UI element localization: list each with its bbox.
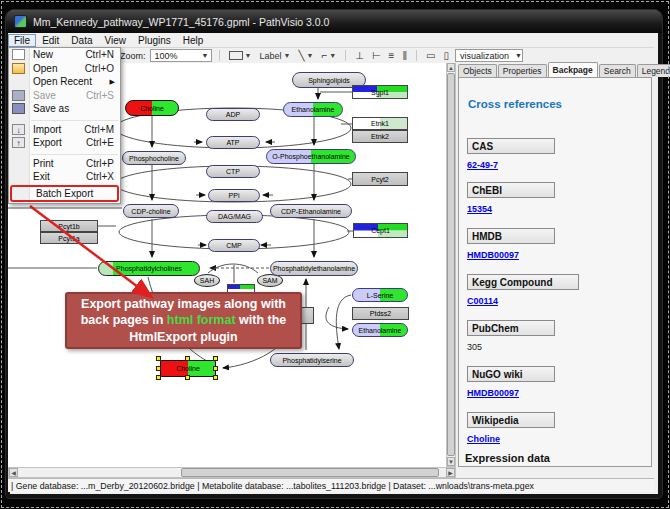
selection-handle[interactable]	[213, 356, 218, 361]
datanode-tool-button[interactable]: ▼	[227, 51, 254, 60]
selection-handle[interactable]	[156, 366, 161, 371]
node-l-serine[interactable]: L-Serine	[352, 288, 408, 302]
node-ctp[interactable]: CTP	[206, 165, 260, 178]
selection-handle[interactable]	[185, 356, 190, 361]
section-header-nugo: NuGO wiki	[467, 366, 555, 382]
cas-link[interactable]: 62-49-7	[467, 160, 498, 170]
menu-help[interactable]: Help	[177, 34, 210, 47]
label-tool-button[interactable]: Label▼	[257, 51, 292, 61]
scroll-down-button[interactable]: ▼	[447, 457, 455, 466]
node-o-phosphoethanolamine[interactable]: O-Phosphoethanolamine	[266, 149, 356, 164]
menu-item-open-recent[interactable]: Open Recent ▶	[9, 75, 120, 89]
menu-view[interactable]: View	[98, 34, 132, 47]
chevron-down-icon: ▼	[515, 52, 522, 59]
distribute-vertical-button[interactable]: ≡	[387, 50, 397, 61]
node-atp[interactable]: ATP	[206, 136, 260, 149]
menu-item-save[interactable]: Save Ctrl+S	[9, 89, 120, 103]
node-cdp-ethanolamine[interactable]: CDP-Ethanolamine	[270, 204, 352, 218]
gene-node-ptdss2[interactable]: Ptdss2	[352, 307, 409, 320]
node-phosphatidylcholines[interactable]: Phosphatidylcholines	[98, 261, 200, 276]
tab-properties[interactable]: Properties	[498, 64, 547, 77]
wikipedia-link[interactable]: Choline	[467, 434, 500, 444]
node-ethanolamine-2[interactable]: Ethanolamine	[352, 323, 408, 337]
scroll-right-button[interactable]: ▶	[446, 468, 455, 477]
align-horizontal-button[interactable]: ⊥	[353, 50, 366, 61]
nugo-link[interactable]: HMDB00097	[467, 388, 519, 398]
window-title: Mm_Kennedy_pathway_WP1771_45176.gpml - P…	[33, 16, 329, 28]
tab-backpage[interactable]: Backpage	[548, 62, 598, 77]
gene-node-etnk2[interactable]: Etnk2	[352, 130, 408, 143]
tab-legend[interactable]: Legend	[637, 64, 670, 77]
menu-edit[interactable]: Edit	[36, 34, 65, 47]
align-vertical-button[interactable]: ⊢	[370, 50, 383, 61]
selection-handle[interactable]	[213, 366, 218, 371]
node-sah[interactable]: SAH	[194, 274, 220, 287]
menu-item-save-as[interactable]: Save as	[9, 102, 120, 116]
connector-tool-button[interactable]: ⌐▼	[319, 50, 338, 61]
gene-node-cept1[interactable]: Cept1	[353, 223, 408, 238]
expression-data-heading: Expression data	[465, 452, 550, 464]
line-tool-button[interactable]: ╲▼	[296, 50, 315, 61]
gene-node-sgpl1[interactable]: Sgpl1	[352, 85, 408, 99]
horizontal-scroll-thumb[interactable]	[181, 468, 439, 477]
menu-item-exit[interactable]: Exit Ctrl+X	[9, 170, 120, 184]
chevron-down-icon: ▼	[283, 52, 290, 59]
pathvisio-app-icon	[14, 15, 27, 28]
hmdb-link[interactable]: HMDB00097	[467, 250, 519, 260]
menu-item-new[interactable]: New Ctrl+N	[9, 48, 120, 62]
selection-handle[interactable]	[213, 375, 218, 380]
cross-references-heading: Cross references	[468, 98, 562, 110]
menu-item-export[interactable]: ↑ Export Ctrl+E	[9, 136, 120, 150]
node-cmp[interactable]: CMP	[208, 239, 260, 252]
zoom-label: Zoom:	[120, 51, 146, 61]
canvas-vertical-scrollbar[interactable]: ▲ ▼	[446, 62, 456, 467]
canvas-horizontal-scrollbar[interactable]: ◀ ▶	[8, 467, 456, 478]
zoom-combobox[interactable]: 100%▼	[150, 49, 212, 62]
section-header-pubchem: PubChem	[467, 320, 555, 336]
menu-data[interactable]: Data	[65, 34, 98, 47]
node-ethanolamine[interactable]: Ethanolamine	[283, 102, 343, 117]
menu-item-open[interactable]: Open Ctrl+O	[9, 62, 120, 76]
distribute-horizontal-button[interactable]: ⫼	[400, 50, 409, 62]
node-choline[interactable]: Choline	[125, 100, 179, 116]
tab-search[interactable]: Search	[599, 64, 636, 77]
screenshot-stage: Mm_Kennedy_pathway_WP1771_45176.gpml - P…	[0, 0, 670, 509]
node-ppi[interactable]: PPi	[208, 189, 260, 202]
node-dag-mag[interactable]: DAG/MAG	[206, 210, 263, 223]
node-phosphocholine[interactable]: Phosphocholine	[122, 151, 186, 165]
chebi-link[interactable]: 15354	[467, 204, 492, 214]
distribute-horizontal-icon: ⫼	[402, 50, 407, 62]
menu-item-batch-export[interactable]: Batch Export	[10, 185, 119, 202]
node-cdp-choline[interactable]: CDP-choline	[123, 204, 179, 218]
gene-node-pcyt1a[interactable]: Pcyt1a	[40, 232, 98, 244]
node-adp[interactable]: ADP	[206, 108, 260, 121]
node-phosphatidylethanolamine[interactable]: Phosphatidylethanolamine	[270, 261, 358, 276]
submenu-arrow-icon: ▶	[110, 78, 115, 86]
chevron-down-icon: ▼	[245, 52, 252, 59]
align-vertical-icon: ⊢	[372, 50, 381, 61]
selection-handle[interactable]	[156, 356, 161, 361]
tab-objects[interactable]: Objects	[458, 64, 497, 77]
file-menu-popup: New Ctrl+N Open Ctrl+O Open Recent ▶ Sav…	[8, 47, 121, 204]
gene-node-pcyt2[interactable]: Pcyt2	[352, 172, 408, 186]
selection-handle[interactable]	[185, 375, 190, 380]
selection-handle[interactable]	[156, 375, 161, 380]
menu-item-import[interactable]: ↓ Import Ctrl+M	[9, 123, 120, 137]
gene-node-icon	[229, 51, 243, 60]
visualization-combobox[interactable]: visualization▼	[455, 49, 523, 62]
common-width-icon: ▭	[426, 50, 435, 61]
menu-item-print[interactable]: Print Ctrl+P	[9, 157, 120, 171]
pubchem-value: 305	[467, 342, 482, 352]
node-phosphatidylserine[interactable]: Phosphatidylserine	[270, 353, 354, 367]
common-height-button[interactable]: ▯	[442, 50, 452, 61]
menu-file[interactable]: File	[8, 34, 36, 47]
menu-plugins[interactable]: Plugins	[132, 34, 177, 47]
side-panel-tabs: Objects Properties Backpage Search Legen…	[458, 62, 654, 77]
scroll-up-button[interactable]: ▲	[447, 63, 455, 72]
vertical-scroll-thumb[interactable]	[447, 73, 455, 456]
common-width-button[interactable]: ▭	[424, 50, 437, 61]
scroll-left-button[interactable]: ◀	[9, 468, 18, 477]
gene-node-pcyt1b[interactable]: Pcyt1b	[40, 220, 98, 232]
kegg-link[interactable]: C00114	[467, 296, 498, 306]
gene-node-etnk1[interactable]: Etnk1	[352, 117, 408, 130]
